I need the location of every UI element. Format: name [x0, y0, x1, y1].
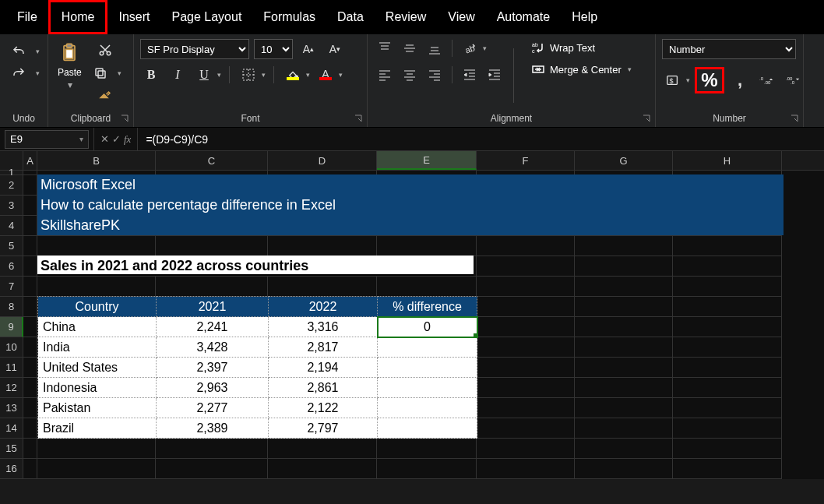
cell[interactable]	[477, 256, 575, 277]
cell[interactable]	[575, 277, 673, 297]
col-header-A[interactable]: A	[23, 151, 37, 170]
cell[interactable]	[477, 277, 575, 297]
decrease-indent-button[interactable]	[459, 65, 481, 84]
cell-2021[interactable]: 2,277	[157, 398, 269, 418]
cell[interactable]	[23, 277, 37, 297]
cell[interactable]	[23, 256, 37, 277]
increase-font-button[interactable]: A▴	[298, 40, 319, 58]
cell[interactable]	[23, 459, 37, 479]
dialog-launcher-icon[interactable]	[789, 113, 800, 124]
cell-2021[interactable]: 3,428	[157, 337, 269, 358]
align-top-button[interactable]	[374, 39, 396, 58]
chevron-down-icon[interactable]: ▾	[217, 71, 221, 79]
borders-button[interactable]	[238, 65, 259, 84]
row-header-9[interactable]: 9	[0, 317, 23, 337]
chevron-down-icon[interactable]: ▾	[79, 135, 83, 143]
row-header-12[interactable]: 12	[0, 378, 23, 398]
cell[interactable]	[575, 358, 673, 378]
fx-icon[interactable]: fx	[124, 133, 131, 146]
cell-diff[interactable]	[378, 378, 477, 398]
cell[interactable]	[673, 236, 782, 256]
row-header-14[interactable]: 14	[0, 418, 23, 439]
redo-button[interactable]	[8, 64, 30, 83]
cell[interactable]	[23, 378, 37, 398]
menu-formulas[interactable]: Formulas	[252, 2, 326, 32]
wrap-text-button[interactable]: abc Wrap Text	[528, 39, 635, 56]
chevron-down-icon[interactable]: ▾	[118, 69, 121, 77]
chevron-down-icon[interactable]: ▾	[306, 71, 310, 79]
cell[interactable]	[477, 236, 575, 256]
align-middle-button[interactable]	[399, 39, 421, 58]
cut-button[interactable]	[94, 41, 116, 59]
col-header-F[interactable]: F	[477, 151, 575, 170]
fill-color-button[interactable]	[282, 65, 304, 84]
cell[interactable]	[575, 317, 673, 337]
th-2021[interactable]: 2021	[157, 297, 269, 317]
increase-indent-button[interactable]	[484, 65, 505, 84]
cell[interactable]	[575, 439, 673, 459]
decrease-font-button[interactable]: A▾	[324, 40, 346, 58]
row-header-15[interactable]: 15	[0, 439, 23, 459]
cell[interactable]	[23, 196, 37, 216]
comma-style-button[interactable]: ,	[729, 71, 751, 90]
chevron-down-icon[interactable]: ▾	[36, 48, 40, 55]
cell[interactable]	[673, 418, 782, 439]
italic-button[interactable]: I	[167, 65, 188, 84]
row-header-4[interactable]: 4	[0, 216, 23, 236]
cell[interactable]	[575, 378, 673, 398]
cell-country[interactable]: India	[38, 337, 157, 358]
cell[interactable]	[377, 277, 477, 297]
cell[interactable]	[575, 256, 673, 277]
cell[interactable]	[477, 378, 575, 398]
th-diff[interactable]: % difference	[378, 297, 477, 317]
number-format-select[interactable]: Number	[662, 39, 796, 59]
cell[interactable]	[23, 358, 37, 378]
cell[interactable]	[156, 439, 268, 459]
menu-view[interactable]: View	[437, 2, 485, 32]
menu-page-layout[interactable]: Page Layout	[160, 2, 252, 32]
cell[interactable]	[268, 439, 377, 459]
align-right-button[interactable]	[424, 65, 445, 84]
dialog-launcher-icon[interactable]	[353, 113, 364, 124]
col-header-D[interactable]: D	[268, 151, 377, 170]
cell[interactable]	[23, 175, 37, 196]
cell-2022[interactable]: 2,122	[269, 398, 378, 418]
row-header-2[interactable]: 2	[0, 175, 23, 196]
bold-button[interactable]: B	[140, 65, 162, 84]
cell-2022[interactable]: 3,316	[269, 317, 378, 337]
cell[interactable]	[575, 459, 673, 479]
cell-country[interactable]: China	[38, 317, 157, 337]
cell-diff[interactable]	[378, 337, 477, 358]
formula-input[interactable]	[138, 130, 824, 149]
cell-2022[interactable]: 2,817	[269, 337, 378, 358]
menu-insert[interactable]: Insert	[107, 2, 160, 32]
cell[interactable]	[673, 398, 782, 418]
cell[interactable]	[477, 398, 575, 418]
cell-2021[interactable]: 2,397	[157, 358, 269, 378]
cell[interactable]	[477, 317, 575, 337]
row-header-6[interactable]: 6	[0, 256, 23, 277]
cell[interactable]	[575, 418, 673, 439]
menu-file[interactable]: File	[6, 2, 48, 32]
cell[interactable]	[673, 317, 782, 337]
cell[interactable]	[575, 236, 673, 256]
cell[interactable]	[673, 297, 782, 317]
format-painter-button[interactable]	[94, 87, 116, 106]
menu-automate[interactable]: Automate	[486, 2, 561, 32]
cell-diff[interactable]	[378, 358, 477, 378]
cell-2021[interactable]: 2,389	[157, 418, 269, 439]
col-header-C[interactable]: C	[156, 151, 268, 170]
cell[interactable]	[673, 378, 782, 398]
cell[interactable]	[23, 398, 37, 418]
align-left-button[interactable]	[374, 65, 396, 84]
cell-country[interactable]: Indonesia	[38, 378, 157, 398]
cell[interactable]	[477, 358, 575, 378]
col-header-G[interactable]: G	[575, 151, 673, 170]
cell-2022[interactable]: 2,194	[269, 358, 378, 378]
font-name-select[interactable]: SF Pro Display	[140, 39, 249, 59]
menu-review[interactable]: Review	[375, 2, 437, 32]
cell[interactable]	[23, 418, 37, 439]
cell-country[interactable]: United States	[38, 358, 157, 378]
cell[interactable]	[575, 297, 673, 317]
increase-decimal-button[interactable]: .0.00	[755, 71, 777, 90]
